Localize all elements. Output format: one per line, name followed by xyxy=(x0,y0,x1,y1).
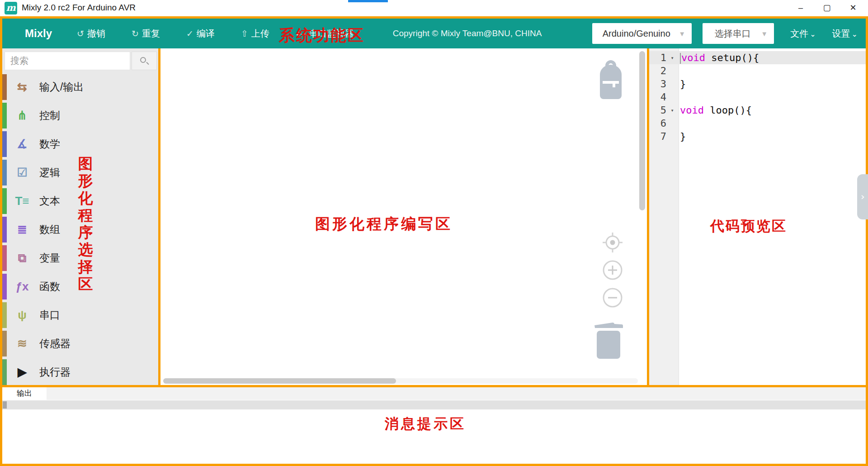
compile-label: 编译 xyxy=(197,28,215,40)
annotation-message-area: 消息提示区 xyxy=(385,414,466,433)
zoom-in-icon[interactable] xyxy=(602,260,623,282)
close-button[interactable]: ✕ xyxy=(840,0,866,15)
redo-label: 重复 xyxy=(142,28,160,40)
canvas-horizontal-scrollbar[interactable] xyxy=(163,378,396,384)
sidebar-item-控制[interactable]: ⋔控制 xyxy=(2,101,158,130)
file-menu-label: 文件 xyxy=(790,29,808,38)
output-scroll-thumb[interactable] xyxy=(3,401,7,409)
block-workspace-canvas[interactable]: 图形化程序编写区 xyxy=(160,48,649,385)
undo-button[interactable]: ↺撤销 xyxy=(77,28,105,40)
code-line: 5▾void loop(){ xyxy=(649,104,866,117)
category-label: 执行器 xyxy=(39,365,71,379)
category-icon: ☑ xyxy=(12,166,32,180)
mixly-logo-icon: m xyxy=(5,2,17,14)
search-row xyxy=(2,48,158,73)
category-label: 控制 xyxy=(39,109,60,123)
zoom-out-icon[interactable] xyxy=(602,287,623,310)
output-scroll-strip xyxy=(2,400,866,409)
settings-menu[interactable]: 设置⌄ xyxy=(832,28,858,40)
panel-collapse-handle[interactable]: › xyxy=(857,174,868,219)
annotation-block-editing-area: 图形化程序编写区 xyxy=(315,214,453,234)
sidebar-item-数组[interactable]: ≣数组 xyxy=(2,215,158,244)
upload-button[interactable]: ⇧上传 xyxy=(241,28,269,40)
category-label: 逻辑 xyxy=(39,166,60,180)
tab-output[interactable]: 输出 xyxy=(2,387,47,400)
sidebar-item-函数[interactable]: ƒx函数 xyxy=(2,272,158,301)
port-select[interactable]: 选择串口 ▼ xyxy=(703,23,774,44)
sidebar-item-变量[interactable]: ⧉变量 xyxy=(2,244,158,272)
category-label: 文本 xyxy=(39,194,60,208)
category-icon: ψ xyxy=(12,308,32,322)
category-icon: ≋ xyxy=(12,337,32,351)
sidebar-item-输入/输出[interactable]: ⇆输入/输出 xyxy=(2,73,158,101)
code-token: setup(){ xyxy=(705,52,759,63)
system-toolbar: Mixly ↺撤销↻重复✓编译⇧上传●–串口监视器 Copyright © Mi… xyxy=(2,19,866,48)
compile-button[interactable]: ✓编译 xyxy=(186,28,215,40)
category-label: 传感器 xyxy=(39,337,71,351)
sidebar-item-串口[interactable]: ψ串口 xyxy=(2,301,158,329)
code-line: 7} xyxy=(649,130,866,143)
category-color-bar xyxy=(2,217,7,243)
search-input[interactable] xyxy=(5,52,130,70)
fold-arrow-icon[interactable]: ▾ xyxy=(666,55,678,61)
code-text: } xyxy=(678,78,686,90)
minimize-button[interactable]: – xyxy=(788,0,814,15)
category-color-bar xyxy=(2,131,7,157)
sidebar-item-执行器[interactable]: ▶执行器 xyxy=(2,358,158,386)
mixly-menu-button[interactable]: Mixly xyxy=(25,27,52,40)
zoom-controls xyxy=(602,232,623,315)
sidebar-item-数学[interactable]: ∡数学 xyxy=(2,130,158,158)
text-caret xyxy=(680,53,681,64)
code-token: } xyxy=(680,78,686,90)
fold-arrow-icon[interactable]: ▾ xyxy=(666,107,678,114)
file-menu[interactable]: 文件⌄ xyxy=(790,28,816,40)
os-titlebar: m Mixly 2.0 rc2 For Arduino AVR – ▢ ✕ xyxy=(0,0,868,16)
serial-monitor-label: 串口监视器 xyxy=(309,28,354,40)
code-line: 2 xyxy=(649,64,866,77)
sidebar-item-逻辑[interactable]: ☑逻辑 xyxy=(2,158,158,187)
maximize-button[interactable]: ▢ xyxy=(814,0,840,15)
category-color-bar xyxy=(2,188,7,214)
category-icon: ▶ xyxy=(12,365,32,379)
category-color-bar xyxy=(2,103,7,128)
code-token: loop(){ xyxy=(704,105,752,116)
center-focus-icon[interactable] xyxy=(602,232,623,255)
board-select[interactable]: Arduino/Genuino ▼ xyxy=(592,23,692,44)
line-number: 4 xyxy=(649,91,666,103)
chevron-down-icon: ⌄ xyxy=(852,30,858,38)
toolbar-right: Arduino/Genuino ▼ 选择串口 ▼ 文件⌄ 设置⌄ xyxy=(581,23,858,44)
category-icon: T≡ xyxy=(12,194,32,208)
code-text: void loop(){ xyxy=(678,105,752,116)
category-icon: ƒx xyxy=(12,280,32,294)
trash-icon[interactable] xyxy=(594,320,623,361)
redo-button[interactable]: ↻重复 xyxy=(132,28,160,40)
code-line: 1▾void setup(){ xyxy=(649,51,866,64)
category-label: 数学 xyxy=(39,137,60,151)
category-color-bar xyxy=(2,160,7,185)
serial-monitor-button[interactable]: ●–串口监视器 xyxy=(296,28,354,40)
output-tabbar: 输出 xyxy=(2,387,866,400)
undo-label: 撤销 xyxy=(87,28,105,40)
line-number: 7 xyxy=(649,131,666,142)
category-icon: ∡ xyxy=(12,137,32,151)
category-list: ⇆输入/输出⋔控制∡数学☑逻辑T≡文本≣数组⧉变量ƒx函数ψ串口≋传感器▶执行器 xyxy=(2,73,158,386)
app-frame: Mixly ↺撤销↻重复✓编译⇧上传●–串口监视器 Copyright © Mi… xyxy=(0,16,868,466)
code-token: void xyxy=(680,105,704,116)
sidebar-item-传感器[interactable]: ≋传感器 xyxy=(2,329,158,358)
code-line: 4 xyxy=(649,90,866,104)
block-category-sidebar: ⇆输入/输出⋔控制∡数学☑逻辑T≡文本≣数组⧉变量ƒx函数ψ串口≋传感器▶执行器… xyxy=(2,48,160,385)
upload-icon: ⇧ xyxy=(241,29,248,39)
backpack-icon[interactable] xyxy=(596,59,625,103)
port-select-value: 选择串口 xyxy=(709,28,761,40)
line-number: 3 xyxy=(649,78,666,90)
code-token: void xyxy=(681,52,705,63)
annotation-code-preview-area: 代码预览区 xyxy=(710,217,787,236)
main-row: ⇆输入/输出⋔控制∡数学☑逻辑T≡文本≣数组⧉变量ƒx函数ψ串口≋传感器▶执行器… xyxy=(2,48,866,385)
canvas-vertical-scrollbar[interactable] xyxy=(639,51,645,210)
code-line: 3} xyxy=(649,77,866,90)
code-line: 6 xyxy=(649,117,866,130)
sidebar-item-文本[interactable]: T≡文本 xyxy=(2,187,158,215)
search-button[interactable] xyxy=(132,52,157,70)
copyright-text: Copyright © Mixly Team@BNU, CHINA xyxy=(393,29,542,38)
board-select-value: Arduino/Genuino xyxy=(599,29,679,39)
